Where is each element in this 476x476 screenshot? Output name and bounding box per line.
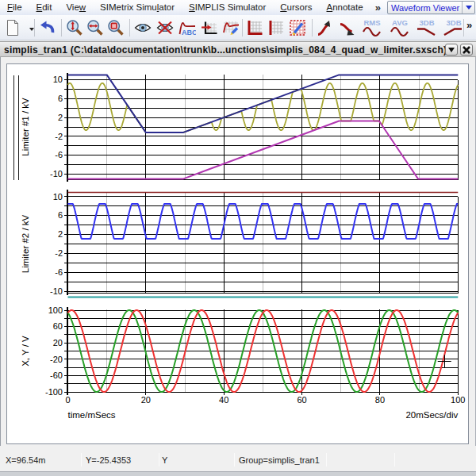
menu-bar: FileEditViewSIMetrix SimulatorSIMPLIS Si… [0,0,476,15]
edit-grid-button[interactable] [288,17,307,38]
y-tick-label: -10 [50,286,63,296]
down-triangle-icon [448,48,455,52]
y-tick-label: 2 [58,113,63,122]
plot-p1: 1062-2-6-10Limiter #1 / kV [14,73,459,182]
db3-down-button[interactable]: 3DB [414,17,440,38]
show-probe-icon [134,19,152,36]
waveform-plot-svg: 1062-2-6-10Limiter #1 / kV1062-2-6-10Lim… [0,0,476,476]
new-axis-button[interactable] [245,17,264,38]
y-axis-title-p2[interactable]: Limiter #2 / kV [21,214,30,273]
y-tick-label: -60 [50,370,63,380]
svg-text:ABC: ABC [182,29,196,36]
y-tick-labels: 1006020-20-60-100 [45,305,63,397]
y-tick-labels: 1062-2-6-10 [50,192,63,297]
curve-prev-button[interactable] [316,17,335,38]
zoom-y-button[interactable] [65,17,84,38]
status-separator [159,453,159,466]
plot-p3: 1006020-20-60-100X, Y / V [21,305,459,397]
menu-annotate[interactable]: Annotate [320,0,370,15]
y-tick-label: -2 [55,132,63,141]
window-frame-left [0,41,1,471]
svg-text:3DB: 3DB [446,18,461,27]
hide-probe-button[interactable] [155,17,175,38]
menu-simetrix-simulator[interactable]: SIMetrix Simulator [93,0,182,15]
edit-grid-icon [289,19,306,36]
status-separator [234,453,235,466]
x-tick-label: 0 [65,395,70,405]
toolbar-separator [34,19,35,36]
menu-simplis-simulator[interactable]: SIMPLIS Simulator [182,0,273,15]
y-axis [64,190,68,296]
add-curve-icon [201,19,218,36]
show-probe-button[interactable] [133,17,152,38]
status-separator [394,453,395,466]
curve-next-button[interactable] [338,17,357,38]
y-axis-title-p1[interactable]: Limiter #1 / kV [21,98,30,156]
y-tick-label: 6 [58,94,63,103]
menu-edit[interactable]: Edit [29,0,60,15]
viewer-mode-dropdown-button[interactable] [462,2,474,13]
new-document-icon [4,19,21,36]
annotate-text-button[interactable]: ABC [178,17,197,38]
zoom-box-icon [107,19,125,36]
x-axis-title[interactable]: time/mSecs [68,410,116,420]
y-tick-label: 20 [53,338,63,347]
y-tick-label: 100 [48,305,63,315]
rms-button[interactable]: RMS [359,17,385,38]
menu-overflow-chevron-icon[interactable]: » [370,2,386,13]
db3-down-icon: 3DB [415,18,439,37]
edit-curve-button[interactable] [221,17,240,38]
y-axis [64,73,68,182]
new-grid-icon [267,19,285,36]
undo-icon [39,19,56,36]
y-tick-label: -6 [55,267,63,277]
zoom-box-button[interactable] [106,17,125,38]
add-curve-button[interactable] [200,17,219,38]
menu-file[interactable]: File [0,0,29,15]
menu-view[interactable]: View [59,0,93,15]
x-tick-label: 20 [141,395,151,405]
undo-button[interactable] [38,17,57,38]
y-tick-label: -10 [50,169,63,178]
curve-prev-icon [317,19,334,36]
collapse-window-button[interactable] [445,44,458,56]
graph-window-title-bar[interactable]: simplis_tran1 (C:\data\documentation\tru… [0,41,476,57]
edit-curve-icon [222,19,240,36]
db3-up-icon: 3DB [442,18,466,37]
avg-icon: AVG [388,18,412,37]
y-tick-label: -2 [55,248,63,258]
y-tick-label: 10 [53,75,63,84]
toolbar-overflow-chevron-icon[interactable]: » [466,19,472,31]
new-grid-button[interactable] [267,17,286,38]
y-axis [64,307,68,395]
status-cursor-y: Y=-25.4353 [86,455,131,465]
svg-text:AVG: AVG [392,18,408,27]
viewer-mode-select[interactable]: Waveform Viewer [387,1,475,14]
avg-button[interactable]: AVG [387,17,413,38]
status-separator [326,453,327,466]
toolbar-separator [129,19,130,36]
close-window-button[interactable] [460,44,473,56]
annotate-text-icon: ABC [178,19,196,36]
curve-next-icon [339,19,356,36]
rms-icon: RMS [360,18,384,37]
y-axis-title-p3[interactable]: X, Y / V [21,336,30,367]
menu-cursors[interactable]: Cursors [273,0,319,15]
y-tick-label: 6 [58,210,63,220]
x-axis: 020406080100time/mSecs20mSecs/div [65,392,465,420]
graph-cursor-crosshair[interactable] [438,355,451,368]
y-tick-label: 60 [53,321,63,331]
new-document-button[interactable] [3,17,22,38]
toolbar: ABCRMSAVG3DB3DB» [0,15,476,40]
status-cursor-x: X=96.54m [6,455,45,465]
status-group: Group=simplis_tran1 [239,455,320,465]
zoom-x-icon [86,19,104,36]
minor-vgrid [107,192,420,294]
y-tick-label: 2 [58,229,63,239]
toolbar-separator [61,19,62,36]
y-tick-labels: 1062-2-6-10 [50,75,63,178]
x-scale-per-div: 20mSecs/div [405,410,458,420]
zoom-x-button[interactable] [86,17,105,38]
selected-axis-grip[interactable] [14,75,19,180]
status-curve: Y [162,455,167,465]
